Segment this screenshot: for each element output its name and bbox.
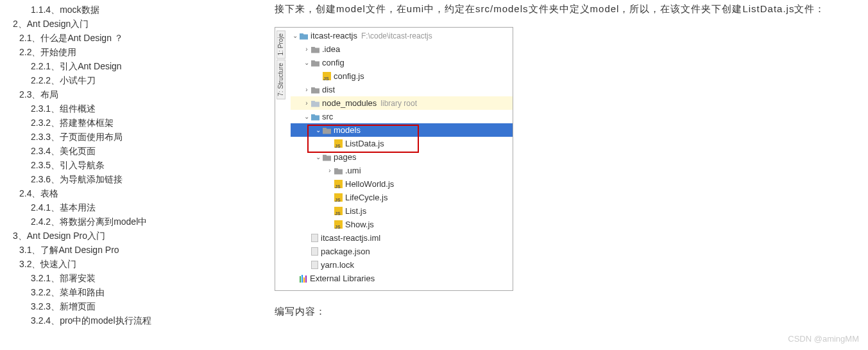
folder-icon: [300, 33, 308, 40]
tree-node-label: .umi: [345, 166, 361, 175]
chevron-down-icon: ⌄: [302, 113, 311, 120]
file-icon: [311, 234, 318, 242]
tree-row[interactable]: ›node_moduleslibrary root: [291, 96, 513, 110]
external-libraries-icon: [300, 275, 307, 283]
toc-item[interactable]: 2.1、什么是Ant Design ？: [0, 31, 178, 45]
js-file-icon: [334, 180, 343, 188]
file-icon: [311, 261, 318, 269]
toc-item[interactable]: 2.3.5、引入导航条: [0, 158, 178, 172]
chevron-down-icon: ⌄: [291, 32, 300, 39]
folder-icon: [334, 168, 343, 175]
svg-rect-1: [302, 275, 303, 283]
tree-row[interactable]: ›dist: [291, 83, 513, 96]
js-file-icon: [334, 207, 343, 215]
toc-item[interactable]: 2.2.1、引入Ant Design: [0, 59, 178, 73]
js-file-icon: [334, 139, 343, 148]
tree-node-label: config: [322, 58, 345, 67]
toc-item[interactable]: 2.2.2、小试牛刀: [0, 73, 178, 87]
table-of-contents: 1.1.4、mock数据2、Ant Design入门2.1、什么是Ant Des…: [0, 0, 178, 350]
tree-row[interactable]: ›.umi: [291, 164, 513, 177]
watermark: CSDN @amingMM: [788, 334, 859, 344]
tree-row[interactable]: LifeCycle.js: [291, 191, 513, 204]
tree-row[interactable]: ›.idea: [291, 42, 513, 56]
tree-node-label: ListData.js: [345, 139, 384, 148]
tree-node-label: .idea: [322, 44, 340, 54]
tree-node-label: src: [322, 112, 333, 121]
toc-item[interactable]: 2.3.2、搭建整体框架: [0, 116, 178, 130]
toc-item[interactable]: 3.2、快速入门: [0, 257, 178, 271]
ide-vertical-tab-structure: 7: Structure: [277, 60, 285, 100]
toc-item[interactable]: 2.3.1、组件概述: [0, 101, 178, 116]
folder-icon: [323, 155, 331, 161]
tree-row[interactable]: config.js: [291, 69, 513, 83]
tree-node-label: LifeCycle.js: [345, 193, 387, 202]
tree-node-label: HelloWorld.js: [345, 179, 394, 189]
js-file-icon: [334, 193, 343, 202]
tree-node-label: External Libraries: [310, 274, 375, 283]
toc-item[interactable]: 2.4.2、将数据分离到model中: [0, 214, 178, 229]
tree-row[interactable]: ⌄config: [291, 56, 513, 69]
tree-row[interactable]: ⌄src: [291, 110, 513, 123]
toc-item[interactable]: 2.2、开始使用: [0, 45, 178, 59]
tree-node-extra: F:\code\itcast-reactjs: [361, 31, 432, 40]
tree-node-label: config.js: [334, 71, 364, 81]
tree-node-label: dist: [322, 85, 335, 94]
tree-node-label: models: [334, 125, 361, 135]
svg-rect-3: [305, 276, 307, 283]
svg-rect-0: [300, 276, 301, 283]
tree-row[interactable]: ListData.js: [291, 137, 513, 150]
toc-item[interactable]: 2.4、表格: [0, 186, 178, 200]
tree-row[interactable]: ⌄pages: [291, 150, 513, 164]
toc-item[interactable]: 2.3、布局: [0, 87, 178, 101]
toc-item[interactable]: 3.2.4、pro中的model执行流程: [0, 313, 178, 328]
chevron-right-icon: ›: [302, 86, 311, 93]
tree-row[interactable]: ⌄itcast-reactjsF:\code\itcast-reactjs: [291, 29, 513, 42]
js-file-icon: [323, 72, 331, 80]
toc-item[interactable]: 3.2.2、菜单和路由: [0, 285, 178, 299]
file-icon: [311, 247, 318, 256]
chevron-right-icon: ›: [302, 100, 311, 107]
tree-node-label: node_modules: [322, 98, 377, 108]
toc-item[interactable]: 3.2.3、新增页面: [0, 299, 178, 313]
intro-paragraph: 接下来，创建model文件，在umi中，约定在src/models文件夹中定义m…: [275, 0, 849, 18]
folder-icon: [311, 101, 319, 107]
toc-item[interactable]: 2.4.1、基本用法: [0, 200, 178, 214]
ide-screenshot: 1: Proje 7: Structure ⌄itcast-reactjsF:\…: [275, 27, 513, 291]
toc-item[interactable]: 3、Ant Design Pro入门: [0, 229, 178, 243]
tree-node-label: package.json: [321, 247, 370, 256]
chevron-down-icon: ⌄: [302, 59, 311, 66]
tree-row[interactable]: ⌄models: [291, 123, 513, 137]
tree-node-label: pages: [334, 152, 356, 162]
folder-icon: [311, 114, 319, 121]
tree-row[interactable]: HelloWorld.js: [291, 177, 513, 191]
ide-vertical-tab-project: 1: Proje: [277, 30, 285, 58]
toc-item[interactable]: 2、Ant Design入门: [0, 17, 178, 31]
tree-node-extra: library root: [380, 99, 417, 108]
toc-item[interactable]: 3.2.1、部署安装: [0, 271, 178, 285]
toc-item[interactable]: 2.3.3、子页面使用布局: [0, 130, 178, 144]
folder-icon: [323, 128, 331, 134]
toc-item[interactable]: 2.3.4、美化页面: [0, 144, 178, 158]
tree-row[interactable]: package.json: [291, 245, 513, 258]
tree-node-label: List.js: [345, 206, 366, 216]
chevron-right-icon: ›: [302, 46, 311, 53]
folder-icon: [311, 87, 319, 94]
toc-item[interactable]: 2.3.6、为导航添加链接: [0, 172, 178, 186]
tree-row[interactable]: itcast-reactjs.iml: [291, 231, 513, 245]
chevron-right-icon: ›: [325, 167, 334, 174]
article-content: 接下来，创建model文件，在umi中，约定在src/models文件夹中定义m…: [178, 0, 868, 350]
svg-rect-2: [303, 277, 305, 283]
tree-row[interactable]: List.js: [291, 204, 513, 218]
tree-node-label: yarn.lock: [321, 260, 354, 270]
tree-node-label: itcast-reactjs.iml: [321, 233, 380, 243]
js-file-icon: [334, 220, 343, 229]
tree-row[interactable]: External Libraries: [291, 272, 513, 285]
tree-row[interactable]: yarn.lock: [291, 258, 513, 272]
tree-node-label: itcast-reactjs: [311, 31, 357, 40]
tree-row[interactable]: Show.js: [291, 218, 513, 231]
folder-icon: [311, 60, 319, 67]
toc-item[interactable]: 3.1、了解Ant Design Pro: [0, 243, 178, 257]
file-tree: ⌄itcast-reactjsF:\code\itcast-reactjs›.i…: [291, 29, 513, 285]
folder-icon: [311, 47, 319, 53]
toc-item[interactable]: 1.1.4、mock数据: [0, 3, 178, 17]
